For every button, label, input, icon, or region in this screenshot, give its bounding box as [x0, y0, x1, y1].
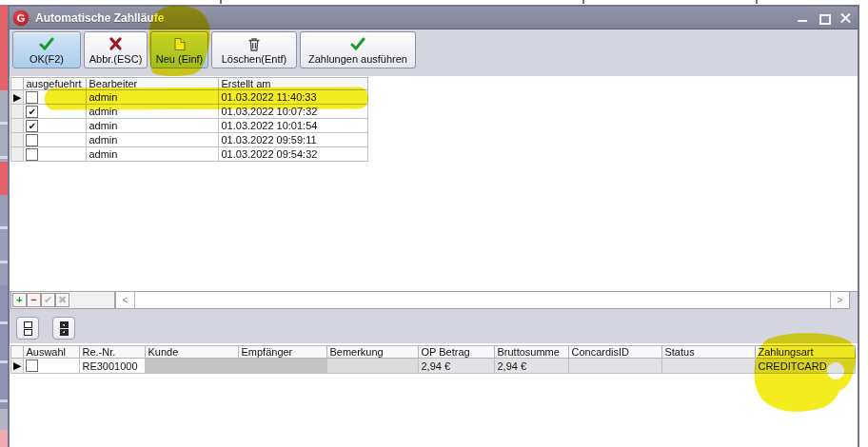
background-artifact: [756, 0, 758, 4]
background-segment: [0, 195, 8, 285]
insert-record-button[interactable]: +: [12, 293, 27, 307]
post-record-button[interactable]: ✔: [41, 293, 55, 307]
close-icon[interactable]: [840, 12, 852, 24]
background-segment: [0, 5, 8, 90]
background-segment: [0, 409, 8, 430]
column-header-status[interactable]: Status: [662, 346, 756, 359]
payment-runs-table: ausgefuehrt Bearbeiter Erstellt am ▶ adm…: [10, 77, 368, 162]
minimize-icon[interactable]: [797, 12, 808, 24]
trash-icon: [247, 36, 261, 51]
column-header-bearbeiter[interactable]: Bearbeiter: [87, 78, 219, 90]
current-row-indicator: ▶: [11, 359, 24, 374]
table-row[interactable]: admin 01.03.2022 09:54:32: [11, 147, 368, 162]
ausgefuehrt-checkbox[interactable]: ✔: [26, 106, 38, 118]
column-header-bruttosumme[interactable]: Bruttosumme: [495, 346, 569, 359]
ausgefuehrt-checkbox[interactable]: [26, 148, 38, 161]
column-header-erstellt-am[interactable]: Erstellt am: [219, 78, 368, 90]
column-header-op-betrag[interactable]: OP Betrag: [419, 346, 495, 359]
row-selector: [11, 119, 24, 133]
column-header-zahlungsart[interactable]: Zahlungsart: [756, 346, 856, 359]
table-row[interactable]: admin 01.03.2022 09:59:11: [11, 133, 368, 147]
table-header-row: Auswahl Re.-Nr. Kunde Empfänger Bemerkun…: [11, 346, 856, 359]
cell-re-nr[interactable]: RE3001000: [80, 359, 146, 374]
ausgefuehrt-checkbox[interactable]: [26, 91, 38, 104]
ausgefuehrt-checkbox[interactable]: ✔: [26, 120, 38, 132]
execute-check-icon: [350, 36, 365, 51]
table-row[interactable]: ▶ admin 01.03.2022 11:40:33: [11, 90, 368, 105]
cell-bearbeiter[interactable]: admin: [87, 119, 219, 133]
new-document-icon: [172, 36, 187, 51]
new-button[interactable]: Neu (Einf): [150, 31, 208, 68]
ok-check-icon: [39, 36, 54, 51]
execute-payments-button[interactable]: Zahlungen ausführen: [300, 31, 416, 68]
unchecked-boxes-icon: [24, 321, 32, 336]
column-header-kunde[interactable]: Kunde: [146, 346, 239, 359]
cell-erstellt-am[interactable]: 01.03.2022 10:07:32: [219, 105, 368, 119]
db-navigator: + − ✔ ✖: [10, 291, 115, 309]
title-bar[interactable]: G Automatische Zahlläufe: [10, 7, 858, 29]
cell-concardisid[interactable]: [569, 359, 662, 374]
cell-bruttosumme[interactable]: 2,94 €: [495, 359, 569, 374]
uncheck-all-button[interactable]: [16, 317, 39, 340]
scroll-left-icon[interactable]: <: [116, 292, 135, 308]
background-segment: [0, 162, 8, 195]
background-segment: [0, 430, 8, 447]
window-title: Automatische Zahlläufe: [35, 11, 164, 25]
scrollbar-track[interactable]: [135, 292, 830, 308]
cell-erstellt-am[interactable]: 01.03.2022 09:59:11: [219, 133, 368, 147]
cell-status[interactable]: [662, 359, 756, 374]
row-selector: [11, 133, 24, 147]
horizontal-scrollbar[interactable]: < >: [115, 291, 850, 309]
table-row[interactable]: ▶ RE3001000 2,94 € 2,94 € CREDITCARD: [11, 359, 856, 374]
row-selector-header: [11, 346, 24, 359]
row-selector-header: [11, 78, 24, 90]
cell-bearbeiter[interactable]: admin: [87, 105, 219, 119]
cell-bearbeiter[interactable]: admin: [87, 147, 219, 162]
cell-op-betrag[interactable]: 2,94 €: [419, 359, 495, 374]
delete-record-button[interactable]: −: [27, 293, 41, 307]
background-segment: [0, 90, 8, 162]
new-button-label: Neu (Einf): [156, 53, 204, 65]
maximize-icon[interactable]: [819, 12, 830, 24]
row-selector: [11, 147, 24, 162]
column-header-bemerkung[interactable]: Bemerkung: [327, 346, 419, 359]
app-logo-icon: G: [13, 10, 29, 26]
column-header-auswahl[interactable]: Auswahl: [24, 346, 80, 359]
execute-payments-button-label: Zahlungen ausführen: [308, 53, 407, 65]
background-segment: [0, 285, 8, 409]
ausgefuehrt-checkbox[interactable]: [26, 134, 38, 146]
payments-table: Auswahl Re.-Nr. Kunde Empfänger Bemerkun…: [10, 345, 856, 374]
scroll-right-icon[interactable]: >: [830, 292, 849, 308]
cell-bearbeiter[interactable]: admin: [87, 133, 219, 147]
table-row[interactable]: ✔ admin 01.03.2022 10:01:54: [11, 119, 368, 133]
table-header-row: ausgefuehrt Bearbeiter Erstellt am: [11, 78, 368, 90]
ok-button[interactable]: OK(F2): [12, 31, 81, 68]
cell-bemerkung[interactable]: [327, 359, 419, 374]
cell-erstellt-am[interactable]: 01.03.2022 10:01:54: [219, 119, 368, 133]
delete-button[interactable]: Löschen(Entf): [211, 31, 297, 68]
row-selector: [11, 105, 24, 119]
cell-kunde-redacted[interactable]: [146, 359, 239, 374]
cancel-record-button[interactable]: ✖: [55, 293, 69, 307]
column-header-concardisid[interactable]: ConcardisID: [569, 346, 662, 359]
column-header-re-nr[interactable]: Re.-Nr.: [80, 346, 146, 359]
abort-button-label: Abbr.(ESC): [89, 53, 143, 65]
cell-bearbeiter[interactable]: admin: [87, 90, 219, 105]
background-artifact: [220, 0, 222, 4]
checked-boxes-icon: [60, 321, 69, 336]
background-window-strip: [0, 0, 8, 447]
background-artifact: [582, 0, 584, 4]
cell-erstellt-am[interactable]: 01.03.2022 09:54:32: [219, 147, 368, 162]
cell-empfaenger-redacted[interactable]: [239, 359, 327, 374]
column-header-empfaenger[interactable]: Empfänger: [239, 346, 327, 359]
cell-zahlungsart[interactable]: CREDITCARD: [756, 359, 856, 374]
auswahl-checkbox[interactable]: [26, 360, 38, 372]
column-header-ausgefuehrt[interactable]: ausgefuehrt: [24, 78, 87, 90]
check-all-button[interactable]: [52, 317, 75, 340]
abort-button[interactable]: Abbr.(ESC): [84, 31, 148, 68]
delete-button-label: Löschen(Entf): [222, 53, 286, 65]
cell-erstellt-am[interactable]: 01.03.2022 11:40:33: [219, 90, 368, 105]
ok-button-label: OK(F2): [30, 53, 64, 65]
current-row-indicator: ▶: [11, 90, 24, 105]
table-row[interactable]: ✔ admin 01.03.2022 10:07:32: [11, 105, 368, 119]
